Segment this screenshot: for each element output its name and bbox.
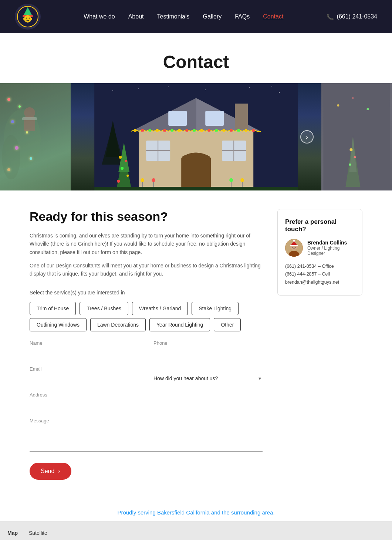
service-buttons-row-1: Trim of House Trees / Bushes Wreaths / G… (30, 302, 263, 315)
svg-rect-35 (205, 111, 224, 126)
email-hear-row: Email placeholder How did you hear about… (30, 366, 263, 383)
nav-item-contact[interactable]: Contact (263, 13, 283, 20)
name-label: Name (30, 340, 139, 346)
message-textarea[interactable] (30, 426, 263, 452)
svg-point-20 (271, 86, 272, 87)
svg-point-6 (23, 18, 25, 20)
svg-point-17 (205, 90, 206, 90)
navbar: What we do About Testimonials Gallery FA… (0, 0, 392, 33)
svg-point-73 (367, 108, 369, 110)
svg-point-15 (138, 88, 139, 89)
svg-point-68 (240, 178, 244, 182)
nav-link-contact[interactable]: Contact (263, 13, 283, 20)
svg-point-57 (125, 160, 127, 162)
svg-point-16 (168, 87, 169, 87)
svg-point-58 (121, 167, 124, 170)
nav-item-gallery[interactable]: Gallery (203, 13, 222, 20)
nav-link-gallery[interactable]: Gallery (203, 13, 222, 20)
chevron-right-icon: › (306, 133, 308, 141)
service-btn-trim-of-house[interactable]: Trim of House (30, 302, 76, 315)
hear-about-select-wrapper: How did you hear about us? Google Facebo… (153, 374, 263, 383)
service-btn-other[interactable]: Other (214, 318, 241, 331)
contact-phone-cell: (661) 444-2857 – Cell (285, 270, 355, 278)
service-btn-wreaths-garland[interactable]: Wreaths / Garland (132, 302, 188, 315)
nav-item-testimonials[interactable]: Testimonials (157, 13, 190, 20)
house-svg (71, 83, 321, 190)
phone-label: Phone (153, 340, 263, 346)
carousel-center-panel (71, 83, 321, 190)
nav-link-faqs[interactable]: FAQs (235, 13, 250, 20)
carousel-next-button[interactable]: › (300, 130, 314, 144)
footer-serving: Proudly serving Bakersfield California a… (0, 498, 392, 522)
address-label: Address (30, 392, 263, 398)
service-btn-year-round-lighting[interactable]: Year Round Lighting (149, 318, 210, 331)
send-button[interactable]: Send › (30, 463, 71, 480)
serving-text: Proudly serving Bakersfield California a… (117, 509, 274, 516)
email-input[interactable] (30, 374, 139, 383)
form-heading: Ready for this season? (30, 209, 263, 224)
svg-point-19 (279, 92, 280, 93)
service-btn-trees-bushes[interactable]: Trees / Bushes (80, 302, 128, 315)
nav-link-what-we-do[interactable]: What we do (84, 13, 115, 20)
service-buttons-row-2: Outlining Windows Lawn Decorations Year … (30, 318, 263, 331)
svg-point-59 (126, 175, 129, 177)
svg-rect-53 (139, 131, 253, 189)
message-row: Message (30, 418, 263, 452)
nav-phone: 📞 (661) 241-0534 (327, 13, 377, 20)
avatar-svg (285, 239, 303, 257)
svg-point-86 (293, 240, 295, 242)
contact-phone-office: (661) 241-0534 – Office (285, 263, 355, 270)
phone-input[interactable] (153, 348, 263, 357)
svg-rect-34 (168, 111, 187, 126)
contact-name: Brendan Collins (307, 240, 355, 246)
logo-icon (17, 6, 39, 28)
nav-item-what-we-do[interactable]: What we do (84, 13, 115, 20)
service-btn-outlining-windows[interactable]: Outlining Windows (30, 318, 87, 331)
svg-point-72 (352, 97, 354, 99)
contact-info: (661) 241-0534 – Office (661) 444-2857 –… (285, 263, 355, 286)
contact-person-info: Brendan Collins Owner / Lighting Designe… (307, 240, 355, 256)
address-field: Address (30, 392, 263, 409)
hear-about-select[interactable]: How did you hear about us? Google Facebo… (153, 374, 263, 383)
svg-point-5 (29, 18, 30, 19)
page-title: Contact (7, 52, 385, 72)
svg-point-14 (112, 90, 113, 91)
address-row: Address (30, 392, 263, 409)
name-input[interactable] (30, 348, 139, 357)
nav-link-about[interactable]: About (128, 13, 144, 20)
svg-point-76 (350, 148, 353, 151)
map-tab-map[interactable]: Map (7, 530, 18, 536)
carousel-right-svg (321, 83, 392, 190)
svg-point-18 (249, 87, 250, 88)
address-input[interactable] (30, 400, 263, 409)
send-arrow-icon: › (58, 468, 60, 475)
phone-icon: 📞 (327, 13, 334, 20)
message-field: Message (30, 418, 263, 452)
name-phone-row: Name Phone (30, 340, 263, 357)
contact-email: brendan@thelightguys.net (285, 279, 355, 286)
svg-point-64 (152, 178, 155, 182)
logo (15, 4, 41, 30)
carousel-inner (0, 83, 392, 190)
svg-point-4 (26, 18, 27, 19)
services-label: Select the service(s) you are interested… (30, 288, 263, 297)
svg-point-7 (31, 18, 32, 20)
nav-item-about[interactable]: About (128, 13, 144, 20)
svg-point-3 (24, 15, 31, 23)
form-paragraph-2: One of our Design Consultants will meet … (30, 261, 263, 278)
svg-point-9 (2, 135, 20, 179)
message-label: Message (30, 418, 263, 423)
svg-point-77 (354, 156, 356, 158)
page-title-section: Contact (0, 33, 392, 83)
service-btn-stake-lighting[interactable]: Stake Lighting (192, 302, 239, 315)
nav-link-testimonials[interactable]: Testimonials (157, 13, 190, 20)
service-btn-lawn-decorations[interactable]: Lawn Decorations (90, 318, 146, 331)
nav-links: What we do About Testimonials Gallery FA… (84, 13, 283, 20)
carousel-left-panel (0, 83, 71, 190)
email-label: Email (30, 366, 139, 372)
svg-rect-12 (22, 117, 37, 120)
map-tab-satellite[interactable]: Satellite (29, 530, 47, 536)
contact-card: Prefer a personal touch? (277, 209, 362, 296)
main-content: Ready for this season? Christmas is comi… (0, 190, 392, 498)
nav-item-faqs[interactable]: FAQs (235, 13, 250, 20)
